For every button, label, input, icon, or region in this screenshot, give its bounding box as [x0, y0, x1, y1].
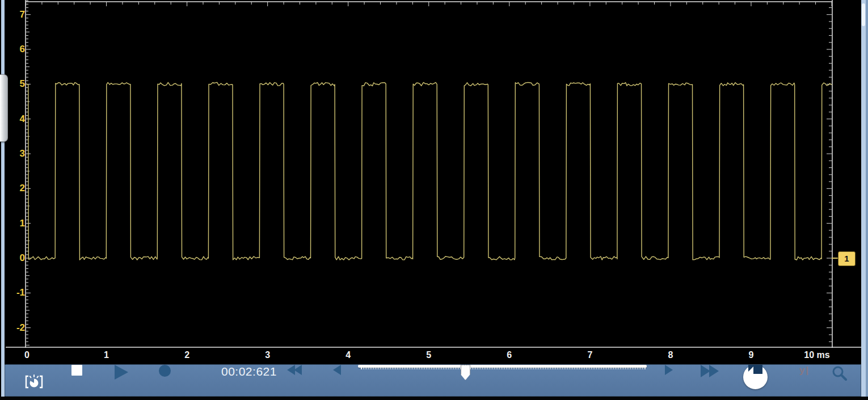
x-axis-label: 9 [748, 350, 753, 360]
x-axis-label: 3 [265, 350, 270, 360]
channel-1-badge[interactable]: 1 [838, 251, 856, 266]
smartscope-logo-button[interactable] [743, 365, 768, 389]
x-axis-label-strip: 012345678910 ms [5, 348, 861, 365]
stopwatch-icon[interactable] [24, 372, 44, 390]
right-scrollbar[interactable] [861, 0, 866, 400]
y-axis-label: 2 [8, 183, 25, 194]
y-axis-label: 3 [8, 148, 25, 159]
stop-button[interactable] [71, 365, 82, 376]
play-button[interactable] [115, 365, 128, 380]
x-axis-label: 4 [345, 350, 351, 360]
x-axis-label: 5 [426, 350, 431, 360]
x-axis-label: 7 [587, 350, 592, 360]
time-display: 00:02:621 [221, 365, 277, 378]
y-axis-label: 1 [8, 218, 25, 229]
position-slider-ticks [361, 365, 646, 369]
left-edge-strip [1, 0, 5, 400]
rewind-button[interactable] [287, 365, 301, 375]
y-axis-label: 4 [8, 113, 25, 125]
step-forward-button[interactable] [665, 365, 673, 375]
waveform-canvas [5, 0, 861, 348]
y-axis-label: 6 [8, 44, 25, 55]
channel-1-trace[interactable] [26, 82, 832, 260]
y-axis-label: 0 [8, 252, 25, 264]
right-axis-ticks [827, 7, 832, 342]
top-ruler-ticks [26, 2, 832, 6]
record-button[interactable] [159, 365, 171, 377]
x-axis-label: 0 [24, 350, 30, 360]
x-axis-label: 10 ms [804, 350, 829, 360]
magnifier-icon[interactable] [831, 365, 848, 382]
faded-indicator: y| [799, 365, 810, 376]
rewind-icon [294, 365, 302, 375]
x-axis-label: 6 [507, 350, 512, 360]
fast-forward-button[interactable] [701, 365, 718, 377]
playback-toolbar: 00:02:621 y| [5, 364, 861, 397]
y-axis-label: -2 [8, 322, 25, 334]
fast-forward-icon [709, 365, 719, 377]
step-back-button[interactable] [333, 365, 341, 375]
y-axis-label: 5 [8, 78, 25, 90]
left-panel-tab-handle[interactable] [0, 74, 8, 142]
y-axis-label: 7 [8, 9, 25, 20]
y-axis-label: -1 [8, 287, 25, 298]
bottom-edge [0, 397, 868, 400]
right-scrollbar-thumb[interactable] [862, 3, 865, 26]
plot-area[interactable]: 76543210-1-2 [5, 0, 861, 348]
x-axis-label: 1 [104, 350, 109, 360]
x-axis-label: 2 [184, 350, 189, 360]
logo-square-icon [753, 365, 762, 374]
x-axis-label: 8 [668, 350, 673, 360]
right-edge-strip [866, 0, 868, 400]
